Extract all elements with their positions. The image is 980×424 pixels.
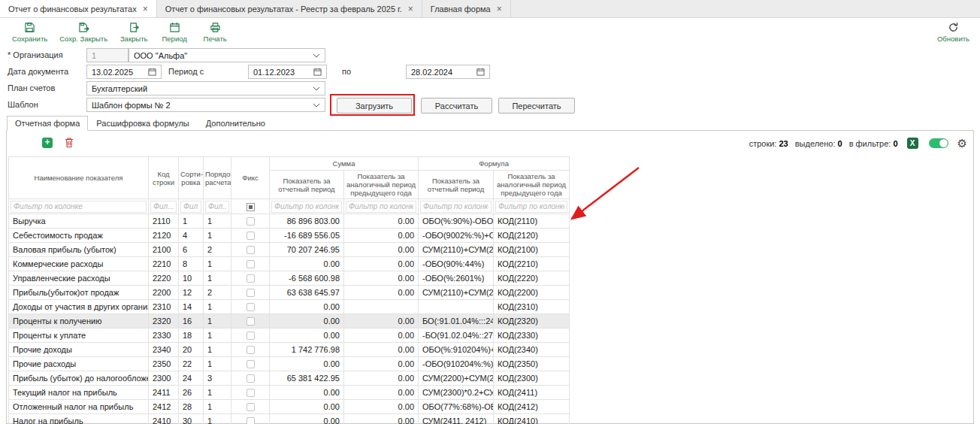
- fix-checkbox[interactable]: [247, 360, 255, 368]
- cell-sum-current[interactable]: 70 207 246.95: [270, 243, 344, 257]
- cell-formula-current[interactable]: -ОБО(%:2601%): [419, 271, 494, 286]
- cell-calc-order[interactable]: 1: [204, 314, 231, 329]
- table-row[interactable]: Себестоимость продаж212041-16 689 556.05…: [9, 229, 570, 243]
- cell-row-code[interactable]: 2300: [149, 371, 179, 386]
- cell-indicator-name[interactable]: Коммерческие расходы: [9, 257, 149, 271]
- cell-calc-order[interactable]: 1: [204, 357, 231, 371]
- cell-sort[interactable]: 8: [179, 257, 204, 271]
- cell-formula-current[interactable]: ОБО(77%:68%)-ОБО...: [419, 400, 494, 414]
- cell-calc-order[interactable]: 1: [204, 300, 231, 314]
- cell-sum-current[interactable]: 0.00: [270, 329, 344, 343]
- cell-sort[interactable]: 20: [179, 343, 204, 357]
- cell-sum-previous[interactable]: 0.00: [344, 286, 419, 300]
- cell-formula-previous[interactable]: КОД(2410): [494, 414, 570, 424]
- table-row[interactable]: Проценты к уплате23301810.000.00-БО(91.0…: [9, 329, 570, 343]
- cell-calc-order[interactable]: 1: [204, 414, 231, 424]
- refresh-button[interactable]: Обновить: [931, 20, 975, 44]
- cell-fix[interactable]: [231, 386, 270, 400]
- print-button[interactable]: Печать: [195, 20, 235, 44]
- cell-formula-previous[interactable]: КОД(2210): [494, 257, 570, 271]
- cell-indicator-name[interactable]: Прочие расходы: [9, 357, 149, 371]
- cell-fix[interactable]: [231, 271, 270, 286]
- export-excel-button[interactable]: X: [907, 138, 918, 149]
- tab-report-form[interactable]: Отчетная форма: [7, 116, 88, 131]
- table-row[interactable]: Налог на прибыль24103010.000.00СУМ(2411,…: [9, 414, 570, 424]
- cell-fix[interactable]: [231, 257, 270, 271]
- cell-sort[interactable]: 28: [179, 400, 204, 414]
- cell-calc-order[interactable]: 1: [204, 229, 231, 243]
- cell-row-code[interactable]: 2411: [149, 386, 179, 400]
- cell-row-code[interactable]: 2320: [149, 314, 179, 329]
- cell-formula-previous[interactable]: КОД(2200): [494, 286, 570, 300]
- column-header-code[interactable]: Код строки: [149, 157, 179, 199]
- cell-fix[interactable]: [231, 229, 270, 243]
- cell-formula-current[interactable]: ОБО(%:90%)-ОБО(9...: [419, 214, 494, 229]
- filter-input-order[interactable]: [205, 201, 229, 213]
- cell-sort[interactable]: 26: [179, 386, 204, 400]
- cell-calc-order[interactable]: 1: [204, 400, 231, 414]
- cell-sum-previous[interactable]: 0.00: [344, 243, 419, 257]
- cell-calc-order[interactable]: 2: [204, 286, 231, 300]
- cell-sum-current[interactable]: 63 638 645.97: [270, 286, 344, 300]
- cell-sum-current[interactable]: 65 381 422.95: [270, 371, 344, 386]
- cell-row-code[interactable]: 2100: [149, 243, 179, 257]
- cell-sort[interactable]: 1: [179, 214, 204, 229]
- window-tab-registry[interactable]: Отчет о финансовых результатах - Реестр …: [157, 0, 422, 17]
- column-header-sum-previous[interactable]: Показатель за аналогичный период предыду…: [344, 171, 419, 199]
- column-header-formula-current[interactable]: Показатель за отчетный период: [419, 171, 494, 199]
- cell-calc-order[interactable]: 1: [204, 386, 231, 400]
- table-row[interactable]: Валовая прибыль (убыток)21006270 207 246…: [9, 243, 570, 257]
- filter-input-formula-previous[interactable]: [495, 201, 567, 213]
- table-row[interactable]: Выручка21101186 896 803.000.00ОБО(%:90%)…: [9, 214, 570, 229]
- cell-sum-previous[interactable]: 0.00: [344, 357, 419, 371]
- fix-checkbox[interactable]: [247, 274, 255, 283]
- cell-fix[interactable]: [231, 243, 270, 257]
- fix-checkbox[interactable]: [247, 232, 255, 240]
- cell-formula-current[interactable]: -ОБО(910204%:%)-С...: [419, 357, 494, 371]
- cell-sum-previous[interactable]: 0.00: [344, 257, 419, 271]
- cell-formula-previous[interactable]: КОД(2412): [494, 400, 570, 414]
- close-tab-icon[interactable]: ×: [143, 5, 148, 14]
- cell-indicator-name[interactable]: Валовая прибыль (убыток): [9, 243, 149, 257]
- cell-formula-previous[interactable]: КОД(2300): [494, 371, 570, 386]
- fix-checkbox[interactable]: [247, 246, 255, 254]
- cell-indicator-name[interactable]: Проценты к уплате: [9, 329, 149, 343]
- column-header-formula-previous[interactable]: Показатель за аналогичный период предыду…: [494, 171, 570, 199]
- cell-row-code[interactable]: 2340: [149, 343, 179, 357]
- organization-select[interactable]: ООО "Альфа": [129, 48, 325, 62]
- cell-fix[interactable]: [231, 286, 270, 300]
- cell-sum-previous[interactable]: 0.00: [344, 229, 419, 243]
- cell-sum-current[interactable]: 0.00: [270, 414, 344, 424]
- cell-sum-previous[interactable]: 0.00: [344, 343, 419, 357]
- cell-sort[interactable]: 22: [179, 357, 204, 371]
- cell-calc-order[interactable]: 1: [204, 329, 231, 343]
- cell-sort[interactable]: 24: [179, 371, 204, 386]
- filter-input-sort[interactable]: [180, 201, 201, 213]
- cell-formula-current[interactable]: БО(:91.01.04%:::245...: [419, 314, 494, 329]
- cell-sum-previous[interactable]: 0.00: [344, 214, 419, 229]
- window-tab-main-form[interactable]: Главная форма ×: [422, 0, 511, 17]
- cell-sum-previous[interactable]: 0.00: [344, 414, 419, 424]
- fix-checkbox[interactable]: [247, 389, 255, 397]
- template-select[interactable]: Шаблон формы № 2: [86, 98, 325, 112]
- period-from-field[interactable]: 01.12.2023: [248, 65, 327, 79]
- fix-checkbox[interactable]: [247, 303, 255, 311]
- cell-indicator-name[interactable]: Доходы от участия в других организаци...: [9, 300, 149, 314]
- cell-formula-current[interactable]: [419, 300, 494, 314]
- cell-row-code[interactable]: 2110: [149, 214, 179, 229]
- cell-sort[interactable]: 4: [179, 229, 204, 243]
- cell-formula-current[interactable]: СУМ(2110)+СУМ(21...: [419, 286, 494, 300]
- column-header-sort[interactable]: Сорти-ровка: [179, 157, 204, 199]
- cell-fix[interactable]: [231, 329, 270, 343]
- cell-formula-current[interactable]: ОБО(%:910204%)+О...: [419, 343, 494, 357]
- cell-formula-current[interactable]: СУМ(2411, 2412): [419, 414, 494, 424]
- cell-sum-previous[interactable]: 0.00: [344, 329, 419, 343]
- table-row[interactable]: Прибыль (убыток) до налогообложения23002…: [9, 371, 570, 386]
- filter-input-name[interactable]: [11, 201, 147, 213]
- cell-sum-current[interactable]: 1 742 776.98: [270, 343, 344, 357]
- table-row[interactable]: Текущий налог на прибыль24112610.000.00С…: [9, 386, 570, 400]
- tab-formula-breakdown[interactable]: Расшифровка формулы: [88, 116, 197, 131]
- cell-sum-previous[interactable]: 0.00: [344, 314, 419, 329]
- cell-calc-order[interactable]: 3: [204, 371, 231, 386]
- cell-indicator-name[interactable]: Прочие доходы: [9, 343, 149, 357]
